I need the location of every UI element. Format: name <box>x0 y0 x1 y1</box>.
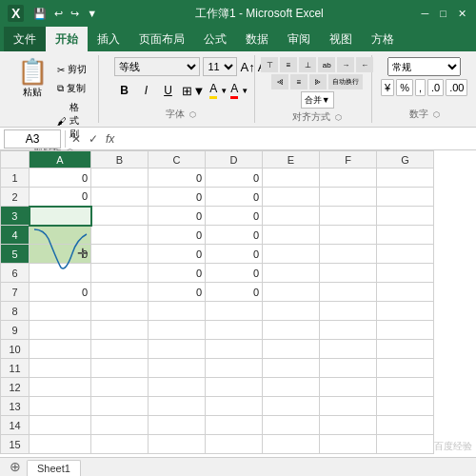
cell-E13[interactable] <box>263 397 320 416</box>
cell-B10[interactable] <box>91 340 149 359</box>
cell-E14[interactable] <box>263 416 320 435</box>
undo-icon[interactable]: ↩ <box>52 6 65 22</box>
middle-align-button[interactable]: ≡ <box>280 57 297 72</box>
row-num-6[interactable]: 6 <box>1 264 30 283</box>
cell-E9[interactable] <box>263 321 320 340</box>
cell-A1[interactable]: 0 <box>30 169 91 188</box>
cell-C12[interactable] <box>149 378 206 397</box>
cell-C7[interactable]: 0 <box>149 283 206 302</box>
cell-G1[interactable] <box>377 169 434 188</box>
font-color-button[interactable]: A <box>230 82 238 99</box>
percent-button[interactable]: % <box>396 79 413 96</box>
cell-G10[interactable] <box>377 340 434 359</box>
increase-font-icon[interactable]: A↑ <box>240 60 254 74</box>
tab-formulas[interactable]: 公式 <box>194 27 236 51</box>
tab-grid[interactable]: 方格 <box>362 27 404 51</box>
indent-inc-button[interactable]: → <box>337 57 354 72</box>
cell-G11[interactable] <box>377 359 434 378</box>
cell-F15[interactable] <box>320 435 377 454</box>
cell-E10[interactable] <box>263 340 320 359</box>
cell-D6[interactable]: 0 <box>206 264 263 283</box>
cell-C4[interactable]: 0 <box>149 226 206 245</box>
cell-F10[interactable] <box>320 340 377 359</box>
cell-C13[interactable] <box>149 397 206 416</box>
cell-E15[interactable] <box>263 435 320 454</box>
cell-B12[interactable] <box>91 378 149 397</box>
cell-D11[interactable] <box>206 359 263 378</box>
border-dropdown[interactable]: ⊞▼ <box>180 82 207 100</box>
cell-G13[interactable] <box>377 397 434 416</box>
cell-G3[interactable] <box>377 207 434 226</box>
row-num-12[interactable]: 12 <box>1 378 30 397</box>
increase-decimal-button[interactable]: .0 <box>427 79 444 96</box>
cell-D14[interactable] <box>206 416 263 435</box>
cell-A10[interactable] <box>30 340 91 359</box>
customize-qat-icon[interactable]: ▼ <box>85 6 99 21</box>
bold-button[interactable]: B <box>114 81 133 100</box>
row-num-11[interactable]: 11 <box>1 359 30 378</box>
col-header-e[interactable]: E <box>263 151 320 169</box>
cell-D2[interactable]: 0 <box>206 188 263 207</box>
cell-F14[interactable] <box>320 416 377 435</box>
left-align-button[interactable]: ⫷ <box>271 74 288 89</box>
cell-E11[interactable] <box>263 359 320 378</box>
cell-F7[interactable] <box>320 283 377 302</box>
cell-F9[interactable] <box>320 321 377 340</box>
save-icon[interactable]: 💾 <box>31 6 49 22</box>
cell-B5[interactable] <box>91 245 149 264</box>
tab-page-layout[interactable]: 页面布局 <box>129 27 194 51</box>
cell-F13[interactable] <box>320 397 377 416</box>
cell-G9[interactable] <box>377 321 434 340</box>
cell-D1[interactable]: 0 <box>206 169 263 188</box>
wrap-text-button[interactable]: 自动换行 <box>328 74 363 89</box>
cell-E2[interactable] <box>263 188 320 207</box>
cell-F4[interactable] <box>320 226 377 245</box>
cell-B8[interactable] <box>91 302 149 321</box>
cell-F5[interactable] <box>320 245 377 264</box>
cell-B9[interactable] <box>91 321 149 340</box>
cell-D9[interactable] <box>206 321 263 340</box>
cell-D12[interactable] <box>206 378 263 397</box>
right-align-button[interactable]: ⫸ <box>309 74 327 89</box>
cell-A4[interactable] <box>30 226 91 245</box>
row-num-15[interactable]: 15 <box>1 435 30 454</box>
cell-C14[interactable] <box>149 416 206 435</box>
top-align-button[interactable]: ⊤ <box>261 57 278 72</box>
spreadsheet-scroll[interactable]: A B C D E F G 100020003004 0050✛00600700… <box>0 150 476 457</box>
row-num-14[interactable]: 14 <box>1 416 30 435</box>
col-header-a[interactable]: A <box>30 151 91 169</box>
cell-A2[interactable]: 0 <box>30 188 91 207</box>
cell-G14[interactable] <box>377 416 434 435</box>
row-num-7[interactable]: 7 <box>1 283 30 302</box>
cell-G15[interactable] <box>377 435 434 454</box>
confirm-formula-icon[interactable]: ✓ <box>87 132 100 146</box>
cell-B11[interactable] <box>91 359 149 378</box>
cell-E7[interactable] <box>263 283 320 302</box>
text-direction-button[interactable]: ab <box>318 57 335 72</box>
center-align-button[interactable]: ≡ <box>290 74 307 89</box>
cell-B1[interactable] <box>91 169 149 188</box>
cell-D7[interactable]: 0 <box>206 283 263 302</box>
cell-C2[interactable]: 0 <box>149 188 206 207</box>
cell-G8[interactable] <box>377 302 434 321</box>
cell-F8[interactable] <box>320 302 377 321</box>
cell-B4[interactable] <box>91 226 149 245</box>
cell-E1[interactable] <box>263 169 320 188</box>
font-size-select[interactable]: 11 <box>203 57 237 76</box>
cell-A9[interactable] <box>30 321 91 340</box>
col-header-g[interactable]: G <box>377 151 434 169</box>
row-num-1[interactable]: 1 <box>1 169 30 188</box>
cell-B6[interactable] <box>91 264 149 283</box>
row-num-2[interactable]: 2 <box>1 188 30 207</box>
cell-D8[interactable] <box>206 302 263 321</box>
cell-E5[interactable] <box>263 245 320 264</box>
copy-button[interactable]: ⧉ 复制 <box>53 80 90 97</box>
cell-G7[interactable] <box>377 283 434 302</box>
font-color-dropdown[interactable]: ▼ <box>241 87 248 95</box>
cell-E4[interactable] <box>263 226 320 245</box>
cell-A15[interactable] <box>30 435 91 454</box>
tab-data[interactable]: 数据 <box>236 27 278 51</box>
close-icon[interactable]: ✕ <box>456 6 468 22</box>
cell-A6[interactable] <box>30 264 91 283</box>
cell-F1[interactable] <box>320 169 377 188</box>
